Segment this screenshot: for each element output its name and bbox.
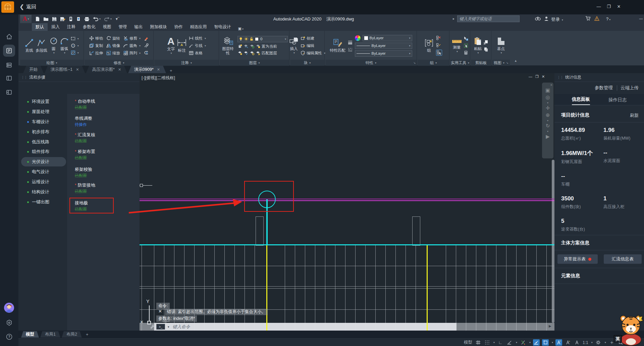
navbar-dd3-icon[interactable]: ▾: [547, 130, 548, 133]
create-block-button[interactable]: 创建: [301, 36, 325, 41]
osnap-toggle-icon[interactable]: [542, 339, 549, 346]
command-input[interactable]: [172, 324, 454, 330]
substep-tray-verify[interactable]: 桥架校验: [75, 166, 92, 173]
panel-label-view[interactable]: 视图▾↘: [492, 60, 510, 66]
search-expand-icon[interactable]: ▸: [453, 17, 454, 20]
substep-auto-string[interactable]: *自动串线: [75, 98, 95, 105]
calculator-icon[interactable]: [464, 50, 468, 55]
qat-customize-icon[interactable]: ▼̅: [115, 17, 118, 21]
circle-button[interactable]: 圆▾: [49, 37, 58, 54]
paste-button[interactable]: 粘贴▾: [474, 37, 482, 54]
tab-smart-electric[interactable]: 智电设计: [211, 23, 235, 31]
trim-button[interactable]: 修剪▾: [123, 36, 141, 41]
navbar-dd2-icon[interactable]: ▾: [547, 119, 548, 122]
copy-clip-icon[interactable]: [484, 47, 488, 52]
rectangle-icon[interactable]: ▾: [71, 36, 79, 41]
file-tab-1[interactable]: 演示图纸--1✕: [45, 66, 85, 73]
step-pv-design-selected[interactable]: 光伏设计: [27, 158, 49, 165]
offset-icon[interactable]: [144, 50, 149, 55]
tab-parametric[interactable]: 参数化: [79, 23, 99, 31]
cyan-bus-line[interactable]: [140, 244, 554, 245]
workspace-icon[interactable]: ▣▾: [238, 27, 244, 31]
linear-dim-icon[interactable]: 线性▾: [189, 36, 206, 41]
acad-logo-button[interactable]: A▾: [20, 15, 32, 23]
layout-book2-icon[interactable]: [3, 86, 15, 98]
polar-toggle-icon[interactable]: [506, 339, 513, 346]
hatch-icon[interactable]: ▾: [71, 50, 79, 55]
tab-annotate[interactable]: 注释: [63, 23, 79, 31]
viewcube-icon[interactable]: ▣: [545, 87, 550, 94]
magenta-line-lower[interactable]: [140, 200, 554, 201]
base-point-button[interactable]: 基点▾: [496, 37, 506, 54]
isodraft-toggle-icon[interactable]: [520, 339, 526, 346]
plot-icon[interactable]: [84, 17, 90, 21]
redo-icon[interactable]: ▾: [104, 17, 112, 21]
layer-select[interactable]: 0 ▾: [237, 36, 288, 42]
substep-lightning-ground[interactable]: *防雷接地: [75, 182, 95, 189]
panels-icon[interactable]: [3, 59, 15, 71]
navigation-bar[interactable]: ✕ ▣ ◎ ▾ ✛ ⊕ ▾ ↻ ▾ ▶: [542, 83, 553, 158]
step-electrical[interactable]: 电气设计: [27, 168, 49, 175]
set-current-layer-button[interactable]: 置为当前: [237, 44, 288, 49]
step-env[interactable]: 环境设置: [27, 98, 49, 105]
home-icon[interactable]: [3, 31, 15, 43]
transfer-icon[interactable]: [69, 16, 73, 21]
tab-view[interactable]: 视图: [99, 23, 115, 31]
app-maximize-icon[interactable]: ❐: [604, 4, 614, 9]
ribbon-collapse-icon[interactable]: ▲: [514, 59, 517, 62]
color-select[interactable]: ByLayer ▾: [363, 35, 412, 41]
viewport-controls[interactable]: [-][俯视][二维线框]: [142, 75, 175, 81]
color-wheel-icon[interactable]: [355, 35, 361, 41]
navbar-close-icon[interactable]: ✕: [550, 83, 552, 87]
zoom-extents-icon[interactable]: ⊕: [546, 112, 550, 118]
drawing-canvas[interactable]: [-][俯视][二维线框] ― ❐ ✕ ✕ ▣ ◎ ▾ ✛ ⊕ ▾ ↻ ▾ ▶: [140, 73, 554, 331]
magenta-line-upper[interactable]: [140, 199, 554, 199]
scale-button[interactable]: 缩放: [106, 51, 120, 56]
command-icon[interactable]: >_: [156, 324, 165, 330]
annotation-scale-icon[interactable]: [574, 339, 580, 346]
tiger-mascot[interactable]: [618, 313, 644, 346]
upload-icon[interactable]: [76, 16, 81, 21]
step-export[interactable]: 一键出图: [27, 199, 49, 205]
arc-button[interactable]: 圆弧▾: [60, 37, 69, 54]
search-input[interactable]: [457, 15, 520, 22]
group-edit-icon[interactable]: [436, 43, 442, 47]
tab-default[interactable]: 默认: [32, 23, 48, 31]
panel-label-utilities[interactable]: 实用工具▾: [450, 60, 470, 66]
cut-icon[interactable]: [484, 40, 488, 45]
layer-properties-button[interactable]: 图层特性: [221, 36, 235, 55]
navbar-dd-icon[interactable]: ▾: [547, 101, 548, 104]
quick-calc-select-icon[interactable]: [464, 43, 468, 48]
match-properties-button[interactable]: 特性匹配: [330, 39, 345, 52]
match-layer-button[interactable]: 匹配图层: [237, 51, 288, 56]
step-lowvoltage[interactable]: 低压线路: [27, 139, 49, 145]
lineweight-list-icon[interactable]: [348, 40, 353, 45]
panel-label-groups[interactable]: 组▾: [418, 60, 449, 66]
ellipse-icon[interactable]: ▾: [71, 43, 79, 48]
scroll-right-arrow-icon[interactable]: ▶: [549, 324, 551, 328]
snap-toggle-icon[interactable]: [484, 339, 490, 346]
substep-string-adjust[interactable]: 串线调整: [75, 115, 92, 122]
substep-tray-layout[interactable]: *桥架布置: [75, 148, 95, 155]
layout-tab-model[interactable]: 模型: [21, 331, 39, 338]
search-binoculars-icon[interactable]: [535, 16, 541, 20]
copy-button[interactable]: 复制: [89, 43, 103, 48]
new-file-icon[interactable]: [35, 16, 40, 21]
model-space-label[interactable]: 模型: [464, 340, 472, 345]
explode-icon[interactable]: [144, 43, 149, 48]
yellow-string-line-2[interactable]: [427, 245, 428, 331]
fillet-button[interactable]: 圆角▾: [123, 43, 141, 48]
tab-output[interactable]: 输出: [131, 23, 147, 31]
login-button[interactable]: 登录 ▾: [551, 16, 563, 22]
polyline-button[interactable]: 多段线: [36, 39, 47, 52]
panel-label-clipboard[interactable]: 剪贴板: [471, 60, 491, 66]
layout-book-icon[interactable]: [3, 72, 15, 84]
close-icon[interactable]: ✕: [76, 67, 79, 72]
annotation-autoscale-icon[interactable]: [565, 339, 571, 346]
command-dd-icon[interactable]: ▾: [168, 325, 169, 329]
osnap-dd-icon[interactable]: ▾: [552, 341, 553, 344]
line-button[interactable]: 直线: [25, 39, 34, 52]
cart-icon[interactable]: [585, 16, 591, 21]
stretch-button[interactable]: 拉伸: [89, 51, 103, 56]
lineweight-select[interactable]: ByLayer ▾: [355, 50, 412, 57]
